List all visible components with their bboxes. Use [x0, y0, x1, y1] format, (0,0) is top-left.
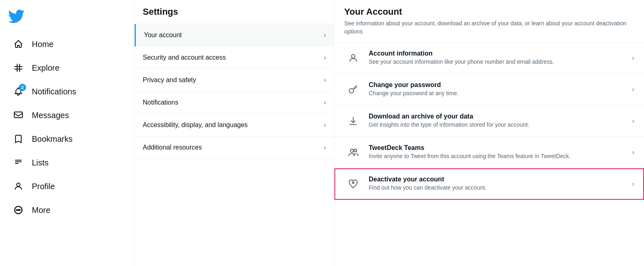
sidebar-item-home-label: Home — [32, 40, 53, 49]
account-item-password[interactable]: Change your password Change your passwor… — [334, 74, 644, 105]
group-icon — [344, 143, 362, 161]
account-item-tweetdeck-title: TweetDeck Teams — [369, 144, 628, 152]
heart-broken-icon — [344, 175, 362, 193]
notifications-icon: 2 — [12, 85, 24, 98]
account-header: Your Account See information about your … — [334, 0, 644, 42]
settings-item-security[interactable]: Security and account access › — [135, 47, 334, 69]
home-icon — [12, 38, 24, 50]
account-panel: Your Account See information about your … — [334, 0, 644, 266]
twitter-logo — [0, 4, 134, 30]
lists-icon — [12, 156, 24, 169]
account-item-download-desc: Get insights into the type of informatio… — [369, 121, 628, 129]
account-item-deactivate-desc: Find out how you can deactivate your acc… — [369, 184, 628, 192]
settings-item-privacy-label: Privacy and safety — [143, 76, 196, 84]
sidebar-item-profile[interactable]: Profile — [4, 175, 130, 197]
account-item-download[interactable]: Download an archive of your data Get ins… — [334, 105, 644, 137]
sidebar-item-bookmarks[interactable]: Bookmarks — [4, 128, 130, 150]
chevron-right-icon: › — [324, 76, 326, 84]
settings-panel: Settings Your account › Security and acc… — [135, 0, 334, 266]
account-description: See information about your account, down… — [344, 20, 634, 36]
account-item-deactivate-content: Deactivate your account Find out how you… — [369, 176, 628, 192]
messages-icon — [12, 109, 24, 121]
notification-badge: 2 — [19, 84, 26, 91]
more-icon — [12, 204, 24, 216]
account-item-download-content: Download an archive of your data Get ins… — [369, 113, 628, 129]
svg-point-8 — [350, 149, 354, 152]
svg-point-6 — [352, 55, 355, 58]
chevron-right-icon: › — [324, 144, 326, 151]
bookmarks-icon — [12, 133, 24, 145]
sidebar-item-messages[interactable]: Messages — [4, 104, 130, 126]
sidebar-item-explore[interactable]: Explore — [4, 57, 130, 79]
sidebar-item-bookmarks-label: Bookmarks — [32, 134, 73, 144]
svg-point-5 — [20, 210, 20, 210]
download-icon — [344, 112, 362, 130]
account-item-password-desc: Change your password at any time. — [369, 89, 628, 98]
key-icon — [344, 80, 362, 98]
sidebar-item-lists[interactable]: Lists — [4, 152, 130, 174]
settings-item-your-account-label: Your account — [144, 31, 182, 39]
account-title: Your Account — [344, 7, 634, 17]
account-item-info-desc: See your account information like your p… — [369, 58, 628, 66]
chevron-right-icon: › — [324, 54, 326, 61]
account-item-info-content: Account information See your account inf… — [369, 50, 628, 66]
settings-item-your-account[interactable]: Your account › — [135, 24, 334, 47]
account-item-info[interactable]: Account information See your account inf… — [334, 42, 644, 74]
settings-item-notifications[interactable]: Notifications › — [135, 92, 334, 114]
sidebar-item-explore-label: Explore — [32, 63, 60, 73]
sidebar-item-more[interactable]: More — [4, 199, 130, 221]
account-item-password-content: Change your password Change your passwor… — [369, 81, 628, 98]
chevron-right-icon: › — [632, 86, 634, 93]
chevron-right-icon: › — [632, 180, 634, 188]
settings-item-privacy[interactable]: Privacy and safety › — [135, 69, 334, 92]
account-item-deactivate-title: Deactivate your account — [369, 176, 628, 183]
sidebar-item-more-label: More — [32, 206, 51, 215]
sidebar-item-messages-label: Messages — [32, 111, 69, 120]
chevron-right-icon: › — [632, 117, 634, 125]
sidebar-item-lists-label: Lists — [32, 158, 49, 168]
settings-item-security-label: Security and account access — [143, 54, 226, 61]
account-item-password-title: Change your password — [369, 81, 628, 89]
sidebar: Home Explore 2 Notifications Messages — [0, 0, 135, 266]
chevron-right-icon: › — [324, 121, 326, 129]
sidebar-item-profile-label: Profile — [32, 182, 55, 191]
sidebar-item-notifications-label: Notifications — [32, 87, 76, 96]
account-item-tweetdeck-desc: Invite anyone to Tweet from this account… — [369, 152, 628, 161]
settings-item-notifications-label: Notifications — [143, 99, 178, 106]
chevron-right-icon: › — [324, 99, 326, 106]
settings-item-accessibility-label: Accessibility, display, and languages — [143, 121, 248, 129]
account-item-tweetdeck[interactable]: TweetDeck Teams Invite anyone to Tweet f… — [334, 137, 644, 168]
account-item-info-title: Account information — [369, 50, 628, 57]
svg-point-1 — [17, 183, 20, 186]
explore-icon — [12, 62, 24, 74]
settings-item-additional[interactable]: Additional resources › — [135, 136, 334, 159]
chevron-right-icon: › — [632, 149, 634, 156]
svg-rect-0 — [14, 112, 22, 118]
svg-point-3 — [17, 210, 18, 210]
settings-title: Settings — [135, 0, 334, 24]
account-item-deactivate[interactable]: Deactivate your account Find out how you… — [334, 168, 644, 200]
account-item-download-title: Download an archive of your data — [369, 113, 628, 120]
svg-point-4 — [18, 210, 19, 210]
profile-icon — [12, 180, 24, 192]
chevron-right-icon: › — [324, 31, 326, 39]
person-icon — [344, 49, 362, 67]
svg-point-7 — [349, 89, 354, 93]
sidebar-item-notifications[interactable]: 2 Notifications — [4, 80, 130, 103]
account-item-tweetdeck-content: TweetDeck Teams Invite anyone to Tweet f… — [369, 144, 628, 161]
settings-item-additional-label: Additional resources — [143, 144, 202, 151]
settings-item-accessibility[interactable]: Accessibility, display, and languages › — [135, 114, 334, 136]
sidebar-item-home[interactable]: Home — [4, 33, 130, 55]
chevron-right-icon: › — [632, 54, 634, 62]
